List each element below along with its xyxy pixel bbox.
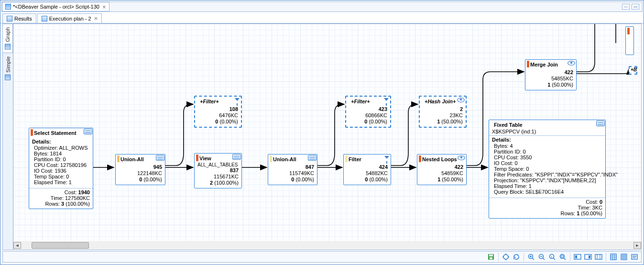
svg-line-15 bbox=[564, 258, 566, 260]
detail-row: IO Cost: 1936 bbox=[32, 168, 90, 174]
svg-point-3 bbox=[503, 254, 508, 259]
node-title: Union-All bbox=[273, 156, 296, 162]
svg-point-14 bbox=[560, 254, 565, 259]
node-title: +Filter+ bbox=[200, 99, 219, 104]
detail-row: Query Block: SEL$E70C16E4 bbox=[492, 189, 602, 195]
svg-rect-1 bbox=[489, 254, 493, 256]
detail-row: CPU Cost: 3550 bbox=[492, 155, 602, 160]
node-filter[interactable]: Filter 424 54882KC 0 (0.00%) bbox=[343, 154, 391, 185]
tab-results-label: Results bbox=[14, 16, 32, 22]
node-union-all[interactable]: Union-All 847 115749KC 0 (0.00%) bbox=[268, 154, 317, 185]
detail-row: Filter Predicates: "KSPPI"."INDX"="KSPPC… bbox=[492, 172, 602, 177]
detail-row: Optimizer: ALL_ROWS bbox=[32, 145, 90, 151]
maximize-button[interactable]: ▭ bbox=[632, 4, 639, 10]
tab-execution-plan[interactable]: Execution plan - 2 × bbox=[37, 13, 102, 23]
node-title: Select Statement bbox=[34, 130, 76, 136]
detail-row: Temp Space: 0 bbox=[492, 166, 602, 172]
detail-row: Projection: "KSPPCV"."INDX"[NUMBER,22] bbox=[492, 177, 602, 183]
editor-tab[interactable]: *<DBeaver Sample - orcl> Script-130 × bbox=[2, 2, 109, 11]
svg-line-9 bbox=[543, 258, 545, 260]
scroll-left-icon[interactable]: ◄ bbox=[13, 242, 21, 249]
expand-button[interactable] bbox=[594, 252, 603, 262]
close-icon[interactable]: × bbox=[102, 4, 106, 10]
node-fixed-table[interactable]: Fixed Table X$KSPPCV (ind:1) Details: By… bbox=[489, 120, 606, 219]
configure-button[interactable] bbox=[501, 252, 511, 262]
simple-icon bbox=[5, 74, 11, 80]
sql-icon bbox=[5, 4, 11, 10]
fit-button[interactable] bbox=[558, 252, 568, 262]
plan-icon bbox=[42, 16, 47, 22]
node-title: Union-All bbox=[120, 156, 144, 162]
node-union-all[interactable]: Union-All 945 122148KC 0 (0.00%) bbox=[115, 154, 165, 185]
details-grid-button[interactable] bbox=[619, 252, 629, 262]
node-title: Fixed Table bbox=[494, 122, 523, 128]
node-title: +Hash Join+ bbox=[425, 99, 456, 104]
details-grid-button[interactable] bbox=[609, 252, 618, 262]
scrollbar-thumb[interactable] bbox=[32, 242, 89, 249]
view-graph[interactable]: Graph bbox=[3, 24, 13, 53]
zoom-reset-button[interactable]: 1 bbox=[547, 252, 557, 262]
node-subtitle: ALL_ALL_TABLES bbox=[195, 162, 241, 167]
refresh-button[interactable] bbox=[512, 252, 521, 262]
node-nested-loops[interactable]: Nested Loops 422 54859KC 1 (50.00%) bbox=[417, 154, 467, 185]
zoom-in-button[interactable] bbox=[526, 252, 536, 262]
tab-results[interactable]: Results bbox=[2, 13, 36, 23]
plan-workarea: Graph Simple bbox=[2, 23, 642, 250]
node-partial-collapsed[interactable]: +B bbox=[629, 66, 637, 75]
node-title: Filter bbox=[349, 156, 361, 162]
view-graph-label: Graph bbox=[5, 27, 11, 42]
detail-row: IO Cost: 0 bbox=[492, 160, 602, 166]
node-select-statement[interactable]: Select Statement Details: Optimizer: ALL… bbox=[29, 128, 93, 209]
node-title: Nested Loops bbox=[422, 156, 457, 162]
node-partial[interactable] bbox=[625, 26, 634, 55]
view-switcher: Graph Simple bbox=[3, 24, 13, 250]
layout-horizontal-button[interactable] bbox=[573, 252, 582, 262]
node-hash-join-collapsed[interactable]: +Hash Join+ 2 23KC 1 (50.00%) bbox=[419, 96, 467, 128]
details-button[interactable] bbox=[630, 252, 639, 262]
node-merge-join[interactable]: Merge Join 422 54855KC 1 (50.00%) bbox=[525, 59, 577, 90]
node-subtitle: X$KSPPCV (ind:1) bbox=[489, 129, 605, 134]
results-icon bbox=[7, 16, 12, 22]
save-button[interactable] bbox=[486, 252, 496, 262]
minimize-button[interactable]: — bbox=[622, 4, 630, 10]
plan-toolbar: 1 bbox=[2, 251, 642, 263]
node-filter-collapsed[interactable]: +Filter+ 108 6476KC 0 (0.00%) bbox=[194, 96, 242, 128]
node-view[interactable]: View ALL_ALL_TABLES 837 115671KC 2 (100.… bbox=[194, 153, 242, 188]
detail-row: Temp Space: 0 bbox=[32, 174, 90, 179]
detail-row: Bytes: 1814 bbox=[32, 151, 90, 156]
detail-row: Bytes: 4 bbox=[492, 143, 602, 149]
tab-plan-label: Execution plan - 2 bbox=[49, 16, 91, 22]
details-heading: Details: bbox=[492, 137, 602, 143]
filter-icon bbox=[384, 98, 389, 101]
grid-icon bbox=[232, 154, 241, 160]
close-icon[interactable]: × bbox=[94, 16, 98, 21]
detail-row: Partition ID: 0 bbox=[32, 156, 90, 162]
svg-rect-21 bbox=[595, 254, 602, 259]
detail-row: Elapsed Time: 1 bbox=[32, 179, 90, 185]
svg-rect-20 bbox=[589, 255, 590, 258]
view-simple[interactable]: Simple bbox=[3, 53, 13, 83]
svg-line-5 bbox=[533, 258, 535, 260]
detail-row: Partition ID: 0 bbox=[492, 149, 602, 155]
grid-icon bbox=[596, 121, 605, 126]
svg-rect-16 bbox=[561, 255, 563, 257]
editor-tabstrip: *<DBeaver Sample - orcl> Script-130 × — … bbox=[1, 1, 643, 12]
eye-icon bbox=[458, 155, 465, 160]
svg-rect-2 bbox=[490, 257, 492, 259]
layout-vertical-button[interactable] bbox=[583, 252, 593, 262]
node-filter-collapsed[interactable]: +Filter+ 423 60866KC 0 (0.00%) bbox=[345, 96, 391, 128]
view-simple-label: Simple bbox=[5, 56, 11, 73]
node-title: Merge Join bbox=[530, 62, 558, 67]
scroll-right-icon[interactable]: ► bbox=[633, 242, 641, 249]
svg-rect-18 bbox=[575, 255, 577, 258]
result-tabstrip: Results Execution plan - 2 × bbox=[0, 13, 644, 23]
node-title: View bbox=[199, 155, 211, 161]
grid-icon bbox=[84, 129, 92, 134]
node-title: +Filter+ bbox=[351, 99, 370, 104]
horizontal-scrollbar[interactable]: ◄ ► bbox=[13, 241, 641, 250]
svg-line-12 bbox=[554, 258, 556, 260]
svg-rect-24 bbox=[611, 254, 616, 260]
filter-icon bbox=[384, 156, 389, 159]
zoom-out-button[interactable] bbox=[537, 252, 546, 262]
plan-canvas[interactable]: Select Statement Details: Optimizer: ALL… bbox=[13, 24, 641, 241]
